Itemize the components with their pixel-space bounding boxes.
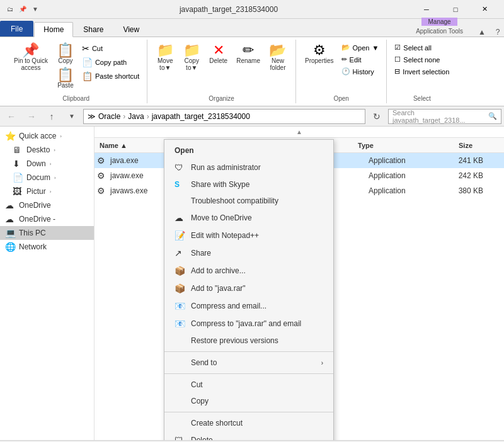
ctx-share-icon: ↗ bbox=[175, 248, 186, 258]
up-button[interactable]: ↑ bbox=[43, 108, 60, 125]
tab-share[interactable]: Share bbox=[74, 22, 113, 37]
ctx-email-icon: 📧 bbox=[175, 301, 186, 311]
sidebar-item-pictures[interactable]: 🖼 Pictur › bbox=[0, 184, 94, 198]
edit-button[interactable]: ✏ Edit bbox=[339, 54, 382, 65]
ctx-open[interactable]: Open bbox=[164, 142, 333, 159]
ctx-cut[interactable]: Cut bbox=[164, 377, 333, 393]
window-controls: ─ □ ✕ bbox=[412, 0, 499, 19]
ctx-archive-icon: 📦 bbox=[175, 266, 186, 276]
ctx-share-skype[interactable]: S Share with Skype bbox=[164, 176, 333, 193]
onedrive-icon: ☁ bbox=[5, 200, 15, 210]
sidebar-label-this-pc: This PC bbox=[19, 229, 46, 237]
help-icon[interactable]: ? bbox=[496, 28, 500, 37]
ctx-add-java-rar[interactable]: 📦 Add to "java.rar" bbox=[164, 280, 333, 297]
ribbon: File Home Share View Manage Application … bbox=[0, 19, 504, 106]
ctx-edit-notepad[interactable]: 📝 Edit with Notepad++ bbox=[164, 227, 333, 244]
sidebar-item-desktop[interactable]: 🖥 Deskto › bbox=[0, 143, 94, 157]
file-size-javaw: 242 KB bbox=[435, 171, 486, 180]
edit-icon: ✏ bbox=[341, 55, 347, 64]
ctx-compress-email[interactable]: 📧 Compress and email... bbox=[164, 297, 333, 315]
forward-button[interactable]: → bbox=[23, 108, 40, 125]
application-tools-tab[interactable]: Application Tools bbox=[411, 26, 467, 37]
ctx-send-to[interactable]: Send to › bbox=[164, 354, 333, 371]
maximize-button[interactable]: □ bbox=[441, 0, 470, 19]
search-icon[interactable]: 🔍 bbox=[488, 112, 497, 120]
ctx-onedrive-icon: ☁ bbox=[175, 213, 186, 223]
ctx-share[interactable]: ↗ Share bbox=[164, 244, 333, 262]
properties-button[interactable]: ⚙ Properties bbox=[301, 42, 338, 65]
copy-path-button[interactable]: 📄 Copy path bbox=[79, 56, 142, 69]
col-type[interactable]: Type bbox=[355, 142, 425, 149]
ctx-troubleshoot[interactable]: Troubleshoot compatibility bbox=[164, 193, 333, 209]
ctx-edit-notepad-label: Edit with Notepad++ bbox=[191, 231, 259, 240]
sidebar-arrow-pictures: › bbox=[50, 189, 52, 195]
open-button[interactable]: 📂 Open ▼ bbox=[339, 42, 382, 53]
tab-view[interactable]: View bbox=[113, 22, 149, 37]
sidebar-arrow-quick-access: › bbox=[60, 133, 62, 139]
main-area: ⭐ Quick acce › 🖥 Deskto › ⬇ Down › 📄 Doc… bbox=[0, 127, 504, 440]
breadcrumb-target[interactable]: javapath_target_2318534000 bbox=[152, 112, 250, 121]
tab-file[interactable]: File bbox=[0, 21, 33, 37]
ctx-share-label: Share bbox=[191, 249, 211, 258]
close-button[interactable]: ✕ bbox=[470, 0, 499, 19]
copy-to-button[interactable]: 📁 Copyto▼ bbox=[179, 42, 204, 72]
breadcrumb-oracle[interactable]: Oracle bbox=[98, 112, 120, 121]
ctx-run-admin[interactable]: 🛡 Run as administrator bbox=[164, 159, 333, 176]
new-folder-button[interactable]: 📂 Newfolder bbox=[265, 42, 290, 72]
ctx-create-shortcut[interactable]: Create shortcut bbox=[164, 415, 333, 431]
delete-button[interactable]: ✕ Delete bbox=[205, 42, 231, 65]
exe-icon-javaws: ⚙ bbox=[97, 186, 105, 196]
manage-tab[interactable]: Manage bbox=[421, 18, 457, 26]
sidebar-item-downloads[interactable]: ⬇ Down › bbox=[0, 157, 94, 171]
sidebar-label-onedrive2: OneDrive - bbox=[19, 215, 55, 224]
quick-access-icon: ⭐ bbox=[5, 131, 15, 141]
breadcrumb-java[interactable]: Java bbox=[128, 112, 144, 121]
ctx-delete[interactable]: 🛡 Delete bbox=[164, 431, 333, 440]
sidebar-item-onedrive2[interactable]: ☁ OneDrive - bbox=[0, 212, 94, 226]
sidebar-item-network[interactable]: 🌐 Network bbox=[0, 240, 94, 254]
search-placeholder: Search javapath_target_2318... bbox=[392, 109, 486, 124]
col-size[interactable]: Size bbox=[425, 142, 475, 149]
ctx-restore-label: Restore previous versions bbox=[191, 336, 278, 345]
sidebar-item-onedrive[interactable]: ☁ OneDrive bbox=[0, 198, 94, 212]
move-to-button[interactable]: 📁 Moveto▼ bbox=[152, 42, 178, 72]
invert-icon: ⊟ bbox=[394, 67, 400, 76]
ribbon-collapse-icon[interactable]: ▲ bbox=[478, 28, 486, 37]
invert-selection-button[interactable]: ⊟ Invert selection bbox=[392, 66, 452, 77]
ctx-open-label: Open bbox=[175, 146, 194, 155]
ctx-move-onedrive[interactable]: ☁ Move to OneDrive bbox=[164, 209, 333, 227]
select-all-button[interactable]: ☑ Select all bbox=[392, 42, 452, 53]
sidebar-item-documents[interactable]: 📄 Docum › bbox=[0, 171, 94, 184]
copy-button[interactable]: 📋 Copy bbox=[53, 42, 78, 65]
sidebar-item-this-pc[interactable]: 💻 This PC bbox=[0, 226, 94, 240]
cut-button[interactable]: ✂ Cut bbox=[79, 42, 142, 55]
rename-button[interactable]: ✏ Rename bbox=[232, 42, 264, 65]
minimize-button[interactable]: ─ bbox=[412, 0, 441, 19]
organize-label: Organize bbox=[209, 94, 234, 103]
ctx-copy[interactable]: Copy bbox=[164, 393, 333, 409]
ctx-restore-versions[interactable]: Restore previous versions bbox=[164, 332, 333, 349]
new-folder-icon: 📂 bbox=[269, 43, 286, 57]
recent-locations-button[interactable]: ▼ bbox=[63, 108, 81, 125]
paste-shortcut-button[interactable]: 📋 Paste shortcut bbox=[79, 70, 142, 82]
ctx-move-onedrive-label: Move to OneDrive bbox=[191, 213, 252, 222]
sidebar-item-quick-access[interactable]: ⭐ Quick acce › bbox=[0, 129, 94, 143]
paste-button[interactable]: 📋 Paste bbox=[53, 67, 78, 90]
pin-quick-access-button[interactable]: 📌 Pin to Quickaccess bbox=[10, 42, 52, 72]
tab-home[interactable]: Home bbox=[34, 22, 73, 37]
select-none-button[interactable]: ☐ Select none bbox=[392, 54, 452, 65]
ctx-compress-java-email[interactable]: 📧 Compress to "java.rar" and email bbox=[164, 315, 333, 332]
breadcrumb[interactable]: ≫ Oracle › Java › javapath_target_231853… bbox=[83, 109, 365, 124]
pictures-icon: 🖼 bbox=[13, 186, 23, 196]
ctx-send-arrow-icon: › bbox=[321, 360, 323, 366]
ctx-shield-icon: 🛡 bbox=[175, 162, 186, 173]
ctx-add-archive[interactable]: 📦 Add to archive... bbox=[164, 262, 333, 280]
history-button[interactable]: 🕐 History bbox=[339, 66, 382, 77]
downloads-icon: ⬇ bbox=[13, 159, 23, 169]
file-type-java: Application bbox=[366, 156, 435, 165]
select-none-icon: ☐ bbox=[394, 55, 401, 64]
refresh-button[interactable]: ↻ bbox=[368, 108, 386, 125]
pin-icon: 📌 bbox=[18, 4, 28, 14]
search-bar[interactable]: Search javapath_target_2318... 🔍 bbox=[388, 109, 501, 124]
back-button[interactable]: ← bbox=[3, 108, 20, 125]
